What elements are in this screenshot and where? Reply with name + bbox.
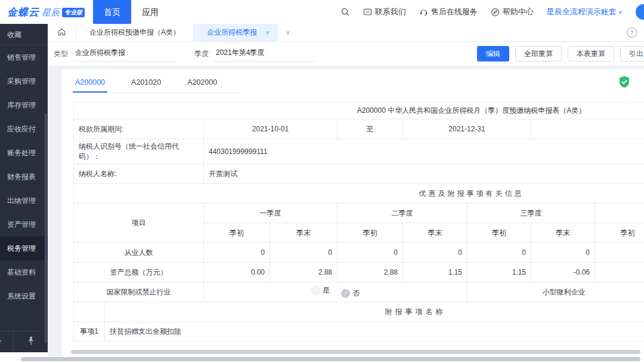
- taxpayer-name-label: 纳税人名称:: [74, 164, 204, 184]
- sheet-tab-a201020[interactable]: A201020: [129, 73, 163, 93]
- radio-no-circle-selected[interactable]: ✓: [341, 289, 350, 298]
- sidebar: 收藏 销售管理 采购管理 库存管理 应收应付 账务处理 财务报表 出纳管理 资产…: [0, 24, 48, 352]
- period-select[interactable]: 2021年第4季度: [215, 46, 315, 61]
- quarter-3-header: 三季度: [467, 204, 595, 223]
- tab-label: 企业所得税预缴申报（A类）: [89, 27, 180, 38]
- sidebar-bottom-bar: ⟳: [0, 331, 48, 352]
- quarter-1-header: 一季度: [204, 204, 338, 223]
- radio-no-label: 否: [352, 288, 360, 299]
- sidebar-item-ar-ap[interactable]: 应收应付: [0, 117, 48, 141]
- cell-value: 0: [403, 243, 467, 263]
- headset-icon: [419, 8, 428, 17]
- nav-apps[interactable]: 应用: [131, 0, 169, 24]
- document-tab-strip: 企业所得税预缴申报（A类） 企业所得税季报 × ∨ ?: [48, 24, 644, 42]
- brand-logo: 金蝶云 星辰 专业版: [0, 5, 93, 19]
- taxpayer-id-value: 440301999999111: [204, 139, 644, 164]
- window-horizontal-scrollbar[interactable]: [21, 357, 640, 361]
- refresh-icon[interactable]: ⟳: [0, 337, 2, 346]
- contact-us-label: 联系我们: [375, 7, 406, 17]
- close-icon[interactable]: ×: [265, 28, 270, 37]
- tax-form-table: A200000 中华人民共和国企业所得税月（季）度预缴纳税申报表（A类） 税款所…: [73, 102, 644, 342]
- sidebar-item-favorites[interactable]: 收藏: [0, 24, 48, 45]
- radio-no[interactable]: ✓ 否: [341, 288, 360, 299]
- sidebar-item-sales[interactable]: 销售管理: [0, 45, 48, 69]
- tab-quarterly-report[interactable]: 企业所得税季报 ×: [194, 24, 278, 41]
- annex-row-name: 扶贫捐赠支出全额扣除: [105, 322, 644, 342]
- export-button[interactable]: 引出: [620, 46, 644, 61]
- pin-icon[interactable]: [26, 336, 36, 348]
- table-horizontal-scrollbar[interactable]: [71, 350, 640, 354]
- sheet-tab-a202000[interactable]: A202000: [185, 73, 219, 93]
- item-header: 项目: [74, 204, 204, 243]
- sub-header-begin: 季初: [204, 223, 270, 243]
- brand-edition-badge: 专业版: [62, 8, 85, 17]
- sidebar-item-financial-reports[interactable]: 财务报表: [0, 165, 48, 189]
- cell-value: -0.06: [531, 263, 595, 282]
- cell-value: 2.88: [338, 263, 403, 282]
- period-from: 2021-10-01: [204, 119, 338, 139]
- cell-value: 0: [531, 243, 595, 263]
- cell-value: 0: [338, 243, 403, 263]
- sheet-tabs: A200000 A201020 A202000: [61, 69, 644, 93]
- message-icon: [363, 8, 372, 17]
- cell-value: 0.00: [204, 263, 270, 282]
- edit-button[interactable]: 编辑: [477, 46, 509, 61]
- home-icon: [57, 27, 66, 38]
- avatar[interactable]: [636, 4, 644, 20]
- tab-list-chevron[interactable]: ∨: [278, 24, 298, 41]
- sidebar-item-purchase[interactable]: 采购管理: [0, 69, 48, 93]
- content-area: A200000 A201020 A202000: [48, 66, 644, 363]
- sidebar-item-inventory[interactable]: 库存管理: [0, 93, 48, 117]
- recalc-this-button[interactable]: 本表重算: [568, 46, 614, 61]
- radio-yes[interactable]: 是: [311, 285, 330, 296]
- recalc-all-button[interactable]: 全部重算: [515, 46, 562, 61]
- cell-value: 1.15: [467, 263, 531, 282]
- brand-name: 金蝶云: [7, 5, 39, 19]
- top-nav: 金蝶云 星辰 专业版 首页 应用 联系我们 售后在线服务: [0, 0, 644, 24]
- contact-us-link[interactable]: 联系我们: [363, 7, 406, 17]
- period-label: 季度: [194, 49, 209, 59]
- question-icon[interactable]: ?: [627, 27, 637, 38]
- online-service-label: 售后在线服务: [431, 7, 478, 17]
- sidebar-item-assets[interactable]: 资产管理: [0, 213, 48, 236]
- sidebar-item-cashier[interactable]: 出纳管理: [0, 189, 48, 213]
- sidebar-scrollbar[interactable]: [45, 113, 47, 343]
- cell-value: 1.15: [403, 263, 467, 282]
- sidebar-item-accounting[interactable]: 账务处理: [0, 141, 48, 165]
- sub-header-end: 季末: [531, 223, 595, 243]
- form-title: A200000 中华人民共和国企业所得税月（季）度预缴纳税申报表（A类）: [74, 103, 644, 119]
- brand-sub: 星辰: [42, 7, 60, 19]
- sub-header-begin: 季初: [338, 223, 403, 243]
- small-micro-enterprise-label: 小型微利企业: [467, 282, 644, 302]
- search-icon[interactable]: [340, 7, 350, 17]
- radio-yes-circle[interactable]: [311, 286, 320, 295]
- app-window: 金蝶云 星辰 专业版 首页 应用 联系我们 售后在线服务: [0, 0, 644, 363]
- sidebar-item-tax[interactable]: 税务管理: [0, 236, 48, 260]
- sidebar-item-system[interactable]: 系统设置: [0, 284, 48, 308]
- quarter-4-header: [595, 204, 644, 223]
- account-switcher[interactable]: 星辰全流程演示账套 ∨: [547, 7, 623, 17]
- home-tab[interactable]: [48, 24, 76, 41]
- chevron-down-icon: ∨: [286, 29, 290, 36]
- table-row: 事项1 扶贫捐赠支出全额扣除: [74, 322, 644, 342]
- period-to: 2021-12-31: [403, 119, 531, 139]
- sidebar-item-base-data[interactable]: 基础资料: [0, 260, 48, 284]
- section-title: 优惠及附报事项有关信息: [74, 184, 644, 204]
- nav-home[interactable]: 首页: [93, 0, 131, 24]
- empty-cell: [531, 119, 644, 139]
- tab-prepay-declaration[interactable]: 企业所得税预缴申报（A类）: [76, 24, 194, 41]
- help-center-link[interactable]: 帮助中心: [491, 7, 534, 17]
- sheet-tab-a200000[interactable]: A200000: [73, 73, 107, 93]
- empty-cell: [595, 243, 644, 263]
- type-select[interactable]: 企业所得税季报: [74, 46, 177, 61]
- sub-header-begin: 季初: [467, 223, 531, 243]
- empty-cell: [74, 302, 105, 322]
- cell-value: 2.88: [270, 263, 338, 282]
- report-card: A200000 A201020 A202000: [61, 69, 644, 356]
- taxpayer-id-label: 纳税人识别号（统一社会信用代码）：: [74, 139, 204, 164]
- quarter-2-header: 二季度: [338, 204, 467, 223]
- type-label: 类型: [54, 49, 68, 59]
- online-service-link[interactable]: 售后在线服务: [419, 7, 478, 17]
- row-assets-label: 资产总额（万元）: [74, 263, 204, 282]
- sidebar-bottom-left: ⟳: [0, 331, 14, 352]
